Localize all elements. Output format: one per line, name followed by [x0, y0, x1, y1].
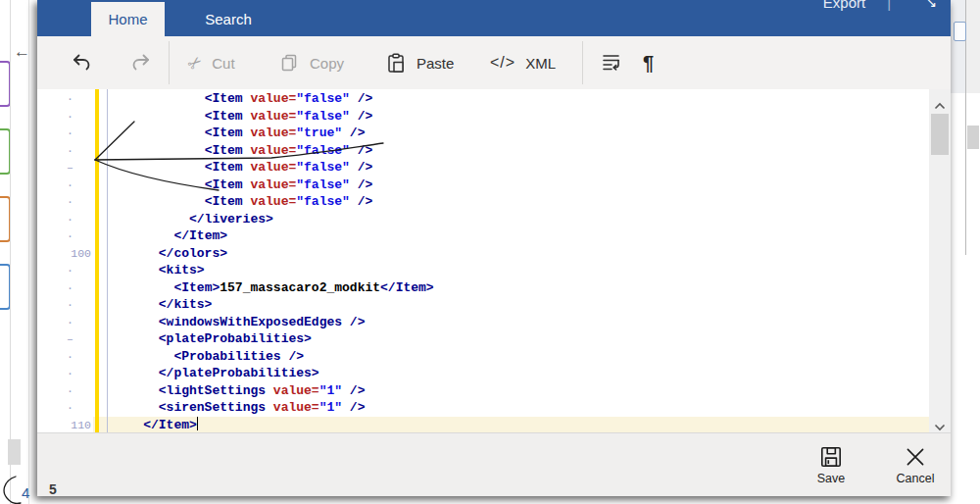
- pilcrow-button[interactable]: ¶: [643, 36, 654, 89]
- code-line[interactable]: 110 </Item>: [37, 417, 929, 433]
- redo-button[interactable]: [130, 36, 152, 89]
- line-number: ·: [37, 314, 93, 331]
- undo-icon: [71, 52, 92, 74]
- line-number: ·: [37, 382, 93, 400]
- underlying-app-left-edge: ←: [0, 0, 37, 504]
- line-number: ·: [37, 365, 93, 382]
- editor-toolbar: ✂ Cut Copy Paste </>: [37, 36, 951, 89]
- save-icon: [818, 444, 844, 470]
- paste-button[interactable]: Paste: [385, 36, 454, 89]
- toolbar-separator: [582, 41, 583, 84]
- copy-label: Copy: [310, 55, 344, 72]
- code-lines: · <Item value="false" />· <Item value="f…: [37, 90, 929, 432]
- code-line[interactable]: · <Item>157_massacaro2_modkit</Item>: [37, 279, 929, 297]
- pilcrow-icon: ¶: [643, 52, 654, 75]
- line-number: ·: [37, 108, 93, 126]
- undo-button[interactable]: [71, 36, 92, 89]
- divider: [10, 0, 11, 504]
- code-line[interactable]: · <Item value="false" />: [37, 108, 929, 126]
- text-caret: [197, 417, 199, 430]
- code-brackets-icon: </>: [490, 54, 515, 72]
- code-line[interactable]: · <sirenSettings value="1" />: [37, 399, 929, 417]
- save-label: Save: [817, 472, 846, 485]
- copy-button[interactable]: Copy: [278, 36, 344, 89]
- paste-label: Paste: [416, 55, 454, 72]
- save-button[interactable]: Save: [804, 444, 858, 485]
- code-line[interactable]: · <lightSettings value="1" />: [37, 382, 929, 400]
- underlying-app-right-edge: [951, 0, 980, 504]
- word-wrap-button[interactable]: [600, 36, 623, 89]
- cut-button[interactable]: ✂ Cut: [188, 36, 235, 89]
- line-number: 110: [37, 417, 93, 433]
- line-number: ·: [37, 211, 93, 228]
- editor-scrollbar[interactable]: [929, 89, 951, 432]
- line-number: ·: [37, 262, 93, 279]
- scissors-icon: ✂: [184, 52, 206, 74]
- line-number: ·: [37, 227, 93, 245]
- code-line[interactable]: · <Item value="false" />: [37, 90, 929, 108]
- ribbon-bar: Home Search Export | ↘: [37, 0, 951, 36]
- gutter-divider: [107, 89, 108, 432]
- code-line[interactable]: · <Item value="true" />: [37, 125, 929, 142]
- page-number: 4: [22, 484, 29, 501]
- cancel-label: Cancel: [897, 472, 935, 485]
- copy-icon: [278, 52, 300, 74]
- scrollbar-track[interactable]: [966, 0, 980, 93]
- code-line[interactable]: · <Probabilities />: [37, 348, 929, 366]
- tab-home[interactable]: Home: [91, 2, 165, 36]
- line-number: ·: [37, 193, 93, 211]
- xml-label: XML: [525, 55, 556, 72]
- code-line[interactable]: · <Item value="false" />: [37, 193, 929, 211]
- line-number: ·: [37, 125, 93, 142]
- line-number: ·: [37, 348, 93, 366]
- line-number: –: [37, 159, 93, 176]
- scroll-up-arrow-icon[interactable]: [934, 97, 946, 105]
- line-number: ·: [37, 142, 93, 160]
- code-line[interactable]: · </Item>: [37, 227, 929, 245]
- back-arrow-icon[interactable]: ←: [14, 43, 30, 60]
- xml-button[interactable]: </> XML: [490, 36, 556, 89]
- code-line[interactable]: · <Item value="false" />: [37, 142, 929, 160]
- cancel-button[interactable]: Cancel: [888, 444, 943, 485]
- xml-code-editor[interactable]: · <Item value="false" />· <Item value="f…: [37, 89, 951, 432]
- export-button[interactable]: Export: [823, 0, 865, 11]
- word-wrap-icon: [600, 51, 623, 75]
- line-number: ·: [37, 176, 93, 194]
- divider: |: [887, 0, 891, 11]
- cut-label: Cut: [212, 55, 234, 72]
- code-line[interactable]: – <plateProbabilities>: [37, 330, 929, 348]
- divider: [28, 0, 29, 504]
- line-number: ·: [37, 296, 93, 314]
- tab-search[interactable]: Search: [165, 2, 292, 36]
- code-line[interactable]: · <Item value="false" />: [37, 176, 929, 194]
- scrollbar-thumb[interactable]: [8, 439, 21, 465]
- scrollbar-thumb[interactable]: [967, 126, 979, 149]
- scrollbar-track[interactable]: [951, 0, 966, 93]
- scrollbar-thumb[interactable]: [931, 114, 949, 155]
- scroll-down-arrow-icon[interactable]: [934, 419, 946, 427]
- dialog-footer: Save Cancel: [37, 432, 951, 496]
- code-line[interactable]: · </kits>: [37, 296, 929, 314]
- changed-lines-bar: [95, 89, 99, 432]
- redo-icon: [130, 52, 152, 74]
- code-line[interactable]: 100 </colors>: [37, 245, 929, 263]
- close-icon: [903, 444, 928, 470]
- line-number: 100: [37, 245, 93, 263]
- line-number: ·: [37, 279, 93, 297]
- code-line[interactable]: · </plateProbabilities>: [37, 365, 929, 382]
- partial-number: 5: [49, 481, 57, 497]
- code-line[interactable]: · <kits>: [37, 262, 929, 279]
- scrollbar-thumb[interactable]: [954, 22, 966, 41]
- code-line[interactable]: · </liveries>: [37, 211, 929, 228]
- collapse-arrow-icon[interactable]: ↘: [926, 0, 937, 10]
- xml-editor-dialog: Home Search Export | ↘ ✂ Cut: [37, 0, 951, 496]
- toolbar-separator: [169, 41, 170, 84]
- code-line[interactable]: – <Item value="false" />: [37, 159, 929, 176]
- paste-icon: [385, 52, 407, 74]
- line-number: ·: [37, 90, 93, 108]
- line-number: –: [37, 330, 93, 348]
- code-line[interactable]: · <windowsWithExposedEdges />: [37, 314, 929, 331]
- line-number: ·: [37, 399, 93, 417]
